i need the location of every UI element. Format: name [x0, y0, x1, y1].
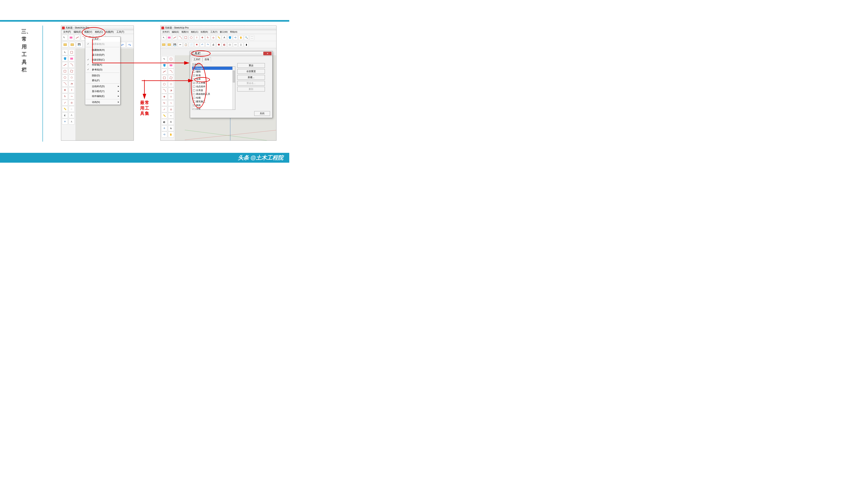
menu-edit[interactable]: 编辑(E)	[171, 30, 180, 34]
rect-icon[interactable]	[62, 68, 68, 74]
line-tool[interactable]	[74, 35, 80, 40]
protractor-icon[interactable]: ◐	[161, 119, 167, 125]
checkbox[interactable]	[193, 86, 195, 88]
menu-help[interactable]: 帮助(H)	[229, 30, 238, 34]
reset-button[interactable]: 重设	[237, 63, 265, 68]
circle-icon[interactable]	[62, 74, 68, 80]
new-button[interactable]	[161, 42, 166, 47]
list-item[interactable]: Google	[192, 67, 235, 70]
polygon-icon[interactable]: ⬠	[69, 74, 74, 80]
select-icon[interactable]: ↖	[62, 50, 68, 55]
eraser-tool[interactable]	[68, 35, 74, 40]
tab-options[interactable]: 选项	[203, 57, 211, 62]
menu-item[interactable]: 动画(N)	[85, 100, 120, 105]
menu-draw[interactable]: 绘图(R)	[104, 30, 115, 34]
offset-tool[interactable]: ◎	[211, 35, 216, 40]
3dtext-icon[interactable]: 𝐀	[69, 119, 74, 125]
followme-icon[interactable]: ⤳	[69, 93, 74, 99]
dialog-titlebar[interactable]: 工具栏 ✕	[190, 51, 272, 56]
pan-icon[interactable]: ✋	[168, 132, 174, 137]
list-item[interactable]: 高级相机工具	[192, 92, 235, 96]
checkbox[interactable]: ✓	[193, 82, 195, 84]
freehand-icon[interactable]	[168, 69, 174, 74]
model-button[interactable]: ⬢	[216, 42, 221, 47]
menu-file[interactable]: 文件(F)	[161, 30, 170, 34]
tab-toolbars[interactable]: 工具栏	[192, 57, 202, 62]
paint-tool[interactable]: 🪣	[227, 35, 232, 40]
menu-item[interactable]: 工具栏...	[85, 37, 120, 42]
pan-tool[interactable]: ✋	[239, 35, 243, 40]
new-button[interactable]: 新建...	[237, 75, 265, 80]
select-tool[interactable]: ↖	[62, 35, 67, 40]
close-icon[interactable]: ✕	[263, 52, 272, 55]
pushpull-tool[interactable]: ⇧	[194, 35, 199, 40]
line-icon[interactable]	[161, 69, 167, 74]
front-button[interactable]: ▯	[239, 42, 243, 47]
list-item[interactable]: 分类器	[192, 89, 235, 92]
menu-window[interactable]: 窗口(W)	[219, 30, 229, 34]
arc-tool[interactable]	[178, 35, 183, 40]
checkbox[interactable]	[193, 78, 195, 80]
component-icon[interactable]	[69, 50, 74, 55]
new-file-button[interactable]	[62, 42, 68, 47]
reset-all-button[interactable]: 全部重置	[237, 69, 265, 74]
scroll-thumb[interactable]	[233, 71, 235, 83]
arc-icon[interactable]	[62, 81, 68, 87]
zoomextents-tool[interactable]: ⛶	[250, 35, 254, 40]
menu-camera[interactable]: 相机(C)	[190, 30, 199, 34]
toolbar-listbox[interactable]: Google编辑✓标准仓库✓大工具集动态组件分类器高级相机工具绘图建筑施工✓截面…	[192, 66, 235, 110]
select-tool[interactable]: ↖	[161, 35, 166, 40]
tape-icon[interactable]: 📏	[161, 113, 167, 119]
offset-icon[interactable]: ◎	[168, 106, 174, 112]
pushpull-icon[interactable]: ⇧	[69, 87, 74, 93]
eraser-icon[interactable]	[168, 62, 174, 68]
menu-tools[interactable]: 工具(T)	[115, 30, 125, 34]
component-icon[interactable]	[168, 56, 174, 62]
copy-button[interactable]: 📋	[183, 42, 188, 47]
offset-icon[interactable]: ◎	[69, 100, 74, 106]
checkbox[interactable]	[193, 67, 195, 69]
menu-item[interactable]: 剖面切割(C)	[85, 58, 120, 62]
open-file-button[interactable]	[69, 42, 75, 47]
text-icon[interactable]: A	[168, 119, 174, 125]
print-button[interactable]: 🖨	[211, 42, 216, 47]
list-item[interactable]: 编辑	[192, 70, 235, 73]
text-tool[interactable]: A	[222, 35, 227, 40]
menu-item[interactable]: 边线样式(D)	[85, 84, 120, 89]
scrollbar[interactable]	[232, 67, 235, 109]
right-button[interactable]: ▮	[244, 42, 249, 47]
menu-draw[interactable]: 绘图(R)	[200, 30, 209, 34]
3dtext-icon[interactable]: 𝐀	[168, 125, 174, 131]
list-item[interactable]: 动态组件	[192, 85, 235, 89]
menu-view[interactable]: 视图(V)	[83, 30, 93, 34]
pie-icon[interactable]: ◔	[69, 81, 74, 87]
top-button[interactable]: ▭	[233, 42, 238, 47]
checkbox[interactable]: ✓	[193, 74, 195, 76]
menu-item[interactable]: 参考线(G)	[85, 67, 120, 72]
orbit-tool[interactable]: ⟲	[233, 35, 238, 40]
polygon-icon[interactable]: ⬠	[168, 81, 174, 87]
paste-button[interactable]: 📄	[189, 42, 194, 47]
menu-item[interactable]: 显示剖切(P)	[85, 53, 120, 58]
section-button[interactable]: ◧	[222, 42, 227, 47]
list-item[interactable]: 建筑施工	[192, 100, 235, 103]
orbit-icon[interactable]: ⟲	[161, 132, 167, 137]
menu-item[interactable]: 阴影(D)	[85, 73, 120, 78]
scale-icon[interactable]: ⤢	[161, 106, 167, 112]
redo-button[interactable]: ↷	[206, 42, 210, 47]
paint-icon[interactable]: 🪣	[62, 56, 68, 62]
circle-icon[interactable]	[161, 81, 167, 87]
checkbox[interactable]	[193, 97, 195, 99]
redo-button[interactable]: ↷	[127, 42, 133, 47]
list-item[interactable]: ✓标准	[192, 73, 235, 77]
list-item[interactable]: 沙盒	[192, 107, 235, 110]
menu-item[interactable]: 坐标轴(A)	[85, 62, 120, 67]
line-tool[interactable]	[173, 35, 177, 40]
menu-tools[interactable]: 工具(T)	[209, 30, 218, 34]
menu-item[interactable]: 显示模式(Y)	[85, 89, 120, 94]
followme-icon[interactable]: ⤳	[168, 100, 174, 106]
pie-icon[interactable]: ◔	[168, 88, 174, 93]
menu-item[interactable]: 隐藏物体(H)	[85, 47, 120, 53]
rotate-icon[interactable]: ↻	[62, 93, 68, 99]
menu-camera[interactable]: 相机(C)	[94, 30, 104, 34]
